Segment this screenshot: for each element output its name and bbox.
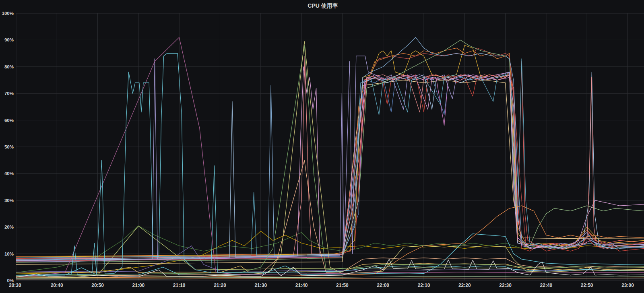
x-axis-tick-label: 22:10 [418,283,430,288]
x-axis-tick-label: 21:30 [254,283,267,288]
x-axis-tick-label: 21:50 [336,283,349,288]
y-axis-tick-label: 30% [4,198,14,203]
y-axis-tick-label: 90% [4,37,14,42]
x-axis-tick-label: 21:00 [132,283,145,288]
x-axis-tick-label: 22:30 [499,283,512,288]
panel-title: CPU 使用率 [308,2,338,9]
x-axis-tick-label: 21:20 [214,283,226,288]
x-axis-tick-label: 21:40 [295,283,308,288]
x-axis-tick-label: 23:00 [621,283,634,288]
y-axis-tick-label: 20% [4,225,14,229]
x-axis-tick-label: 22:00 [377,283,389,288]
grafana-panel: 0%10%20%30%40%50%60%70%80%90%100%20:3020… [0,0,644,293]
cpu-usage-chart[interactable]: 0%10%20%30%40%50%60%70%80%90%100%20:3020… [0,0,644,293]
y-axis-tick-label: 40% [4,171,14,176]
x-axis-tick-label: 22:40 [540,283,553,288]
x-axis-tick-label: 20:50 [91,283,104,288]
x-axis-tick-label: 20:40 [51,283,63,288]
y-axis-tick-label: 100% [2,11,14,16]
x-axis-tick-label: 21:10 [173,283,186,288]
y-axis-tick-label: 80% [4,64,14,69]
x-axis-tick-label: 22:50 [581,283,593,288]
y-axis-tick-label: 10% [4,252,14,256]
y-axis-tick-label: 50% [4,144,14,149]
x-axis-tick-label: 20:30 [9,283,21,288]
y-axis-tick-label: 60% [4,118,14,123]
x-axis-tick-label: 22:20 [458,283,471,288]
y-axis-tick-label: 70% [4,91,14,96]
plot-area[interactable] [16,13,644,281]
